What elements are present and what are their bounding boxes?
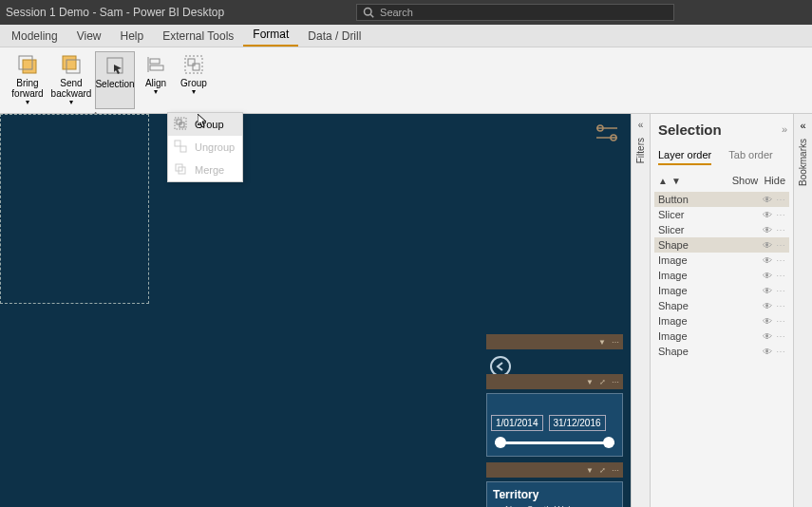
send-backward-icon [61,54,82,75]
layer-item[interactable]: Shape👁⋯ [654,344,789,359]
filter-icon[interactable]: ▼ [586,378,594,386]
move-down-icon[interactable]: ▼ [671,176,681,186]
ribbon-tabs: Modeling View Help External Tools Format… [0,25,812,47]
territory-slicer[interactable]: Territory New South Wales Queensland Sou… [486,481,623,507]
more-icon[interactable]: ⋯ [776,240,785,251]
visual-selection-box[interactable] [0,114,149,304]
layer-item[interactable]: Image👁⋯ [654,283,789,298]
tab-help[interactable]: Help [111,26,154,47]
more-icon[interactable]: ⋯ [776,255,785,266]
svg-line-1 [370,14,373,17]
layer-item[interactable]: Image👁⋯ [654,253,789,268]
date-slicer[interactable]: 1/01/2014 31/12/2016 [486,393,623,457]
ribbon-group-arrange: Bring forward▾ Send backward▾ Selection … [8,51,211,113]
align-icon [145,54,166,75]
layer-item[interactable]: Image👁⋯ [654,268,789,283]
expand-icon[interactable]: » [782,123,787,135]
more-icon[interactable]: ⋯ [776,316,785,327]
layer-item[interactable]: Slicer👁⋯ [654,222,789,237]
search-box[interactable]: Search [356,4,674,21]
more-icon[interactable]: ⋯ [776,225,785,235]
window-title: Session 1 Demo - Sam - Power BI Desktop [6,6,224,19]
layer-item[interactable]: Button👁⋯ [654,192,789,207]
tab-order-tab[interactable]: Tab order [728,149,772,165]
send-backward-button[interactable]: Send backward▾ [51,51,91,109]
visibility-icon[interactable]: 👁 [763,225,772,235]
bring-forward-icon [17,54,38,75]
show-button[interactable]: Show [732,175,759,186]
visibility-icon[interactable]: 👁 [763,347,772,357]
filter-icon[interactable]: ▼ [586,466,594,475]
slicer-toggle-icon[interactable] [595,123,619,144]
visibility-icon[interactable]: 👁 [763,240,772,251]
tab-external-tools[interactable]: External Tools [153,26,243,47]
focus-icon[interactable]: ⤢ [599,378,606,386]
bookmarks-label: Bookmarks [798,139,808,186]
group-dropdown: Group Ungroup Merge [167,112,243,182]
visibility-icon[interactable]: 👁 [763,331,772,342]
dropdown-merge: Merge [168,159,242,181]
selection-pane-title: Selection [654,122,789,138]
hide-button[interactable]: Hide [764,175,785,186]
svg-rect-8 [150,59,160,64]
more-icon[interactable]: ⋯ [776,286,785,296]
visibility-icon[interactable]: 👁 [763,301,772,311]
bring-forward-button[interactable]: Bring forward▾ [8,51,47,109]
more-icon[interactable]: ⋯ [776,331,785,342]
more-icon[interactable]: ⋯ [776,195,785,205]
tab-view[interactable]: View [67,26,111,47]
search-wrap: Search [224,4,806,21]
align-button[interactable]: Align▾ [139,51,173,109]
more-icon[interactable]: ⋯ [776,271,785,281]
more-icon[interactable]: ⋯ [612,378,619,386]
selection-pane: Selection » Layer order Tab order ▲ ▼ Sh… [650,114,793,507]
visibility-icon[interactable]: 👁 [763,271,772,281]
visibility-icon[interactable]: 👁 [763,255,772,266]
filter-icon[interactable]: ▼ [598,338,606,347]
search-placeholder: Search [380,7,413,18]
visibility-icon[interactable]: 👁 [763,195,772,205]
group-icon [183,54,204,75]
svg-point-0 [365,9,372,16]
visibility-icon[interactable]: 👁 [763,286,772,296]
group-button[interactable]: Group▾ [177,51,211,109]
more-icon[interactable]: ⋯ [776,210,785,220]
layer-order-tab[interactable]: Layer order [658,149,711,165]
slider-thumb-right[interactable] [603,437,614,448]
layer-item[interactable]: Slicer👁⋯ [654,207,789,222]
date-to[interactable]: 31/12/2016 [549,415,606,431]
date-slider[interactable] [495,439,614,446]
more-icon[interactable]: ⋯ [776,301,785,311]
selection-icon [104,55,125,76]
tab-modeling[interactable]: Modeling [2,26,67,47]
more-icon[interactable]: ⋯ [612,338,619,347]
dropdown-group[interactable]: Group [168,113,242,136]
svg-rect-16 [175,141,180,146]
more-icon[interactable]: ⋯ [612,466,619,475]
merge-small-icon [174,162,189,178]
group-small-icon [174,117,189,132]
layer-list: Button👁⋯Slicer👁⋯Slicer👁⋯Shape👁⋯Image👁⋯Im… [654,192,789,359]
visual-header-1: ▼ ⋯ [486,334,623,349]
visibility-icon[interactable]: 👁 [763,210,772,220]
bookmarks-collapsed[interactable]: « Bookmarks [793,114,812,507]
visibility-icon[interactable]: 👁 [763,316,772,327]
layer-item[interactable]: Image👁⋯ [654,313,789,329]
svg-rect-2 [23,60,36,73]
filters-collapsed[interactable]: « Filters [631,114,650,507]
ribbon: Bring forward▾ Send backward▾ Selection … [0,47,812,114]
tab-data-drill[interactable]: Data / Drill [298,26,370,47]
slider-thumb-left[interactable] [495,437,506,448]
chevron-left-icon: « [638,120,644,130]
tab-format[interactable]: Format [243,24,298,47]
svg-rect-17 [180,146,186,152]
move-up-icon[interactable]: ▲ [658,176,668,186]
date-from[interactable]: 1/01/2014 [491,415,543,431]
report-canvas[interactable]: ▼ ⋯ ▼ ⤢ ⋯ 1/01/2014 31/12/2016 ▼ ⤢ ⋯ [0,114,631,507]
layer-item[interactable]: Shape👁⋯ [654,298,789,313]
focus-icon[interactable]: ⤢ [599,466,606,475]
layer-item[interactable]: Image👁⋯ [654,329,789,344]
selection-button[interactable]: Selection [95,51,135,109]
layer-item[interactable]: Shape👁⋯ [654,237,789,253]
more-icon[interactable]: ⋯ [776,347,785,357]
